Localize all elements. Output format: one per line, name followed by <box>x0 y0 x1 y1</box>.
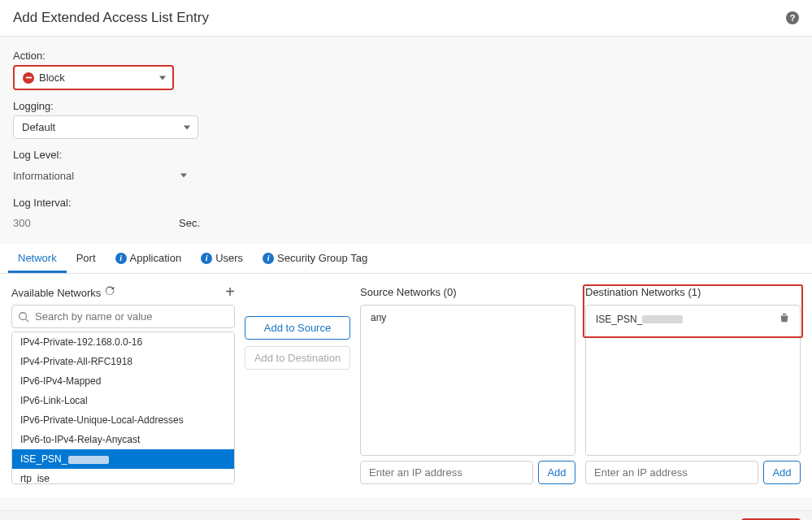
help-icon[interactable]: ? <box>786 11 799 24</box>
list-item[interactable]: ISE_PSN_ <box>12 449 234 469</box>
source-entry[interactable]: any <box>366 309 570 327</box>
tab-security-group-tag[interactable]: i Security Group Tag <box>253 244 377 273</box>
logging-select[interactable]: Default <box>13 115 198 139</box>
loglevel-label: Log Level: <box>13 149 799 161</box>
action-select[interactable]: Block <box>13 65 174 90</box>
search-icon <box>18 311 29 323</box>
dialog-title: Add Extended Access List Entry <box>13 10 209 26</box>
list-item[interactable]: IPv6-Link-Local <box>12 391 234 410</box>
destination-entry-label: ISE_PSN_ <box>596 314 683 325</box>
destination-ip-add-button[interactable]: Add <box>763 461 801 484</box>
list-item[interactable]: rtp_ise <box>12 469 234 484</box>
source-networks-title: Source Networks (0) <box>360 286 456 298</box>
add-network-icon[interactable]: + <box>225 284 235 300</box>
list-item[interactable]: IPv6-to-IPv4-Relay-Anycast <box>12 430 234 449</box>
svg-rect-0 <box>25 77 31 79</box>
destination-networks-title: Destination Networks (1) <box>585 286 701 298</box>
tab-port[interactable]: Port <box>67 244 106 273</box>
interval-input[interactable] <box>13 212 172 234</box>
source-ip-add-button[interactable]: Add <box>538 461 575 484</box>
source-ip-input[interactable] <box>360 461 533 484</box>
tab-application-label: Application <box>130 252 182 264</box>
tab-users-label: Users <box>215 252 243 264</box>
trash-icon[interactable] <box>779 312 790 326</box>
refresh-icon[interactable] <box>104 285 115 297</box>
add-to-source-button[interactable]: Add to Source <box>245 316 350 340</box>
svg-point-1 <box>20 312 27 319</box>
block-icon <box>23 72 34 84</box>
svg-line-2 <box>26 318 29 322</box>
interval-label: Log Interval: <box>13 197 799 209</box>
available-networks-title: Available Networks <box>11 287 101 299</box>
tab-application[interactable]: i Application <box>106 244 192 273</box>
list-item[interactable]: IPv4-Private-192.168.0.0-16 <box>12 332 234 352</box>
available-networks-list[interactable]: IPv4-Private-192.168.0.0-16IPv4-Private-… <box>11 332 235 484</box>
loglevel-select[interactable]: Informational <box>13 164 189 187</box>
destination-ip-input[interactable] <box>585 461 758 484</box>
list-item[interactable]: IPv4-Private-All-RFC1918 <box>12 352 234 371</box>
destination-entry[interactable]: ISE_PSN_ <box>591 309 795 329</box>
action-value: Block <box>39 72 65 84</box>
list-item[interactable]: IPv6-IPv4-Mapped <box>12 371 234 391</box>
tab-users[interactable]: i Users <box>191 244 253 273</box>
logging-label: Logging: <box>13 100 799 112</box>
tab-network[interactable]: Network <box>8 244 67 273</box>
interval-unit: Sec. <box>179 217 200 229</box>
list-item[interactable]: IPv6-Private-Unique-Local-Addresses <box>12 410 234 430</box>
action-label: Action: <box>13 50 799 62</box>
search-input[interactable] <box>11 305 235 328</box>
add-to-destination-button[interactable]: Add to Destination <box>245 346 350 370</box>
logging-value: Default <box>22 121 55 133</box>
source-networks-box: any <box>360 305 575 456</box>
info-icon: i <box>115 253 127 264</box>
source-entry-label: any <box>371 312 386 323</box>
loglevel-value: Informational <box>13 170 74 182</box>
info-icon: i <box>263 253 274 264</box>
info-icon: i <box>201 253 212 264</box>
destination-networks-box: ISE_PSN_ <box>585 305 801 456</box>
tab-sgt-label: Security Group Tag <box>277 252 367 264</box>
